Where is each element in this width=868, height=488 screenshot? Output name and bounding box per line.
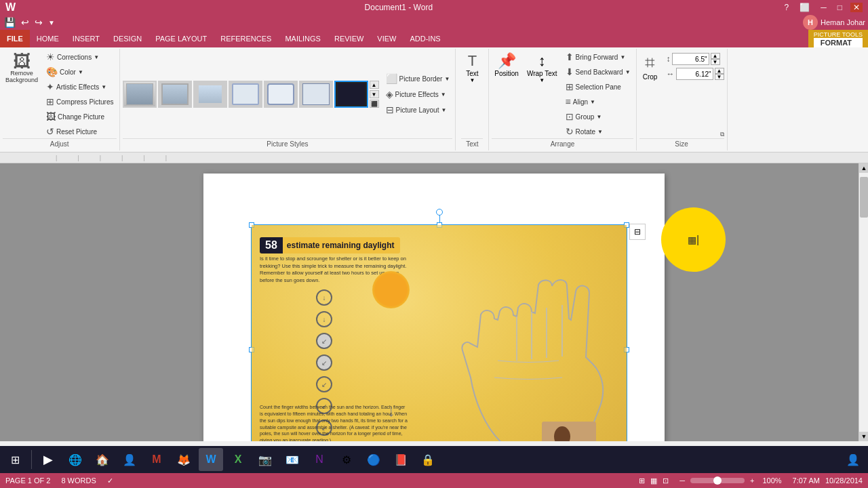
height-spinners[interactable]: ▲ ▼	[711, 53, 720, 65]
zoom-slider[interactable]	[690, 478, 745, 483]
redo-qa-btn[interactable]: ↪	[33, 17, 44, 28]
taskbar-onenote-btn[interactable]: N	[307, 448, 332, 471]
taskbar-person-btn[interactable]: 👤	[841, 448, 865, 471]
taskbar-folder-btn[interactable]: 🏠	[90, 448, 115, 471]
tab-file[interactable]: FILE	[0, 30, 30, 47]
height-spin-up[interactable]: ▲	[711, 53, 720, 59]
taskbar-ie-btn[interactable]: 🌐	[63, 448, 87, 471]
height-input[interactable]	[672, 53, 709, 65]
undo-qa-btn[interactable]: ↩	[20, 17, 31, 28]
minimize-button[interactable]: ─	[818, 3, 829, 12]
picture-border-button[interactable]: ⬜ Picture Border ▼	[383, 72, 453, 85]
close-button[interactable]: ✕	[850, 3, 863, 12]
taskbar-fox-btn[interactable]: 🦊	[172, 448, 196, 471]
taskbar-user-btn[interactable]: 👤	[117, 448, 142, 471]
maximize-button[interactable]: □	[835, 3, 845, 12]
style-thumb-1[interactable]	[123, 81, 157, 108]
save-qa-btn[interactable]: 💾	[3, 17, 17, 28]
bring-forward-icon: ⬆	[566, 52, 574, 62]
view-print-btn[interactable]: ▦	[650, 476, 657, 485]
width-spinners[interactable]: ▲ ▼	[715, 68, 724, 80]
style-thumb-2[interactable]	[158, 81, 192, 108]
rotate-handle[interactable]	[436, 209, 443, 216]
quick-access-toolbar: 💾 ↩ ↪ ▼	[0, 15, 803, 30]
taskbar-acrobat-btn[interactable]: 📕	[389, 448, 413, 471]
wrap-text-button[interactable]: ↕ Wrap Text ▼	[524, 50, 560, 138]
selection-pane-button[interactable]: ⊞ Selection Pane	[563, 80, 633, 94]
help-button[interactable]: ?	[782, 3, 792, 12]
tab-view[interactable]: VIEW	[370, 30, 403, 47]
rotate-button[interactable]: ↻ Rotate ▼	[563, 125, 633, 138]
group-button[interactable]: ⊡ Group ▼	[563, 110, 633, 123]
tab-insert[interactable]: INSERT	[66, 30, 106, 47]
taskbar-lock-btn[interactable]: 🔒	[416, 448, 440, 471]
tab-page-layout[interactable]: PAGE LAYOUT	[149, 30, 214, 47]
change-picture-button[interactable]: 🖼 Change Picture	[43, 110, 116, 123]
style-thumb-3[interactable]	[193, 81, 227, 108]
wrap-text-icon: ↕	[538, 52, 546, 70]
restore-button[interactable]: ⬜	[797, 3, 812, 12]
remove-background-button[interactable]: 🖼 Remove Background	[3, 50, 41, 138]
gallery-up-btn[interactable]: ▲	[370, 81, 379, 89]
gallery-more-btn[interactable]: ⬛	[370, 100, 379, 108]
scroll-thumb[interactable]	[860, 177, 868, 218]
taskbar-outlook-btn[interactable]: 📧	[280, 448, 304, 471]
window-controls[interactable]: ? ⬜ ─ □ ✕	[782, 3, 863, 12]
gallery-arrows[interactable]: ▲ ▼ ⬛	[370, 79, 379, 109]
view-web-btn[interactable]: ⊡	[663, 476, 669, 485]
gallery-down-btn[interactable]: ▼	[370, 90, 379, 98]
corrections-button[interactable]: ☀ Corrections ▼	[43, 50, 116, 64]
reset-picture-button[interactable]: ↺ Reset Picture	[43, 125, 116, 138]
scroll-down-btn[interactable]: ▼	[859, 432, 868, 441]
compress-pictures-button[interactable]: ⊞ Compress Pictures	[43, 95, 116, 108]
yellow-cursor-circle[interactable]: ▦|	[661, 207, 726, 272]
size-dialog-launcher[interactable]: ⧉	[720, 131, 724, 138]
taskbar-photos-btn[interactable]: 📷	[253, 448, 277, 471]
proofing-icon: ✓	[107, 476, 113, 485]
artistic-effects-button[interactable]: ✦ Artistic Effects ▼	[43, 80, 116, 94]
align-button[interactable]: ≡ Align ▼	[563, 95, 633, 108]
start-button[interactable]: ⊞	[3, 448, 27, 471]
layout-options-button[interactable]: ⊟	[629, 224, 646, 240]
taskbar-word-btn[interactable]: W	[199, 448, 223, 471]
scroll-up-btn[interactable]: ▲	[859, 163, 868, 173]
selected-image[interactable]: ⊟ 58 estimate remaining daylight Is it t…	[251, 224, 627, 441]
circle-3: ↙	[316, 333, 332, 349]
taskbar-right: 👤	[841, 448, 865, 471]
position-button[interactable]: 📌 Position	[492, 50, 521, 138]
picture-effects-button[interactable]: ◈ Picture Effects ▼	[383, 87, 453, 101]
tab-home[interactable]: HOME	[30, 30, 66, 47]
crop-button[interactable]: ⌗ Crop	[639, 50, 661, 83]
view-normal-btn[interactable]: ⊞	[639, 476, 645, 485]
taskbar-chrome-btn[interactable]: 🔵	[361, 448, 386, 471]
taskbar-media-btn[interactable]: ▶	[36, 448, 60, 471]
tab-format[interactable]: FORMAT	[814, 38, 863, 47]
color-button[interactable]: 🎨 Color ▼	[43, 65, 116, 79]
customize-qa-btn[interactable]: ▼	[47, 19, 56, 26]
width-spin-down[interactable]: ▼	[715, 74, 724, 80]
zoom-in-btn[interactable]: +	[750, 476, 754, 485]
tab-references[interactable]: REFERENCES	[214, 30, 278, 47]
style-thumb-4[interactable]	[229, 81, 262, 108]
style-thumb-6[interactable]	[299, 81, 333, 108]
text-button[interactable]: T Text ▼	[461, 50, 483, 85]
width-input[interactable]	[676, 68, 713, 80]
height-spin-down[interactable]: ▼	[711, 59, 720, 65]
tab-design[interactable]: DESIGN	[106, 30, 149, 47]
style-thumb-5[interactable]	[264, 81, 298, 108]
zoom-out-btn[interactable]: ─	[679, 476, 685, 485]
taskbar-settings-btn[interactable]: ⚙	[334, 448, 359, 471]
send-backward-button[interactable]: ⬇ Send Backward ▼	[563, 65, 633, 79]
tab-review[interactable]: REVIEW	[328, 30, 370, 47]
width-spin-up[interactable]: ▲	[715, 68, 724, 74]
vertical-scrollbar[interactable]: ▲ ▼	[859, 163, 868, 441]
picture-layout-button[interactable]: ⊟ Picture Layout ▼	[383, 103, 453, 117]
taskbar-excel-btn[interactable]: X	[226, 448, 250, 471]
tab-add-ins[interactable]: ADD-INS	[403, 30, 447, 47]
taskbar-metro-btn[interactable]: M	[144, 448, 169, 471]
hand-illustration	[416, 266, 620, 441]
tab-mailings[interactable]: MAILINGS	[278, 30, 328, 47]
image-count-text: Count the finger widths between the sun …	[260, 404, 409, 441]
style-thumb-active[interactable]	[334, 81, 368, 108]
bring-forward-button[interactable]: ⬆ Bring Forward ▼	[563, 50, 633, 64]
